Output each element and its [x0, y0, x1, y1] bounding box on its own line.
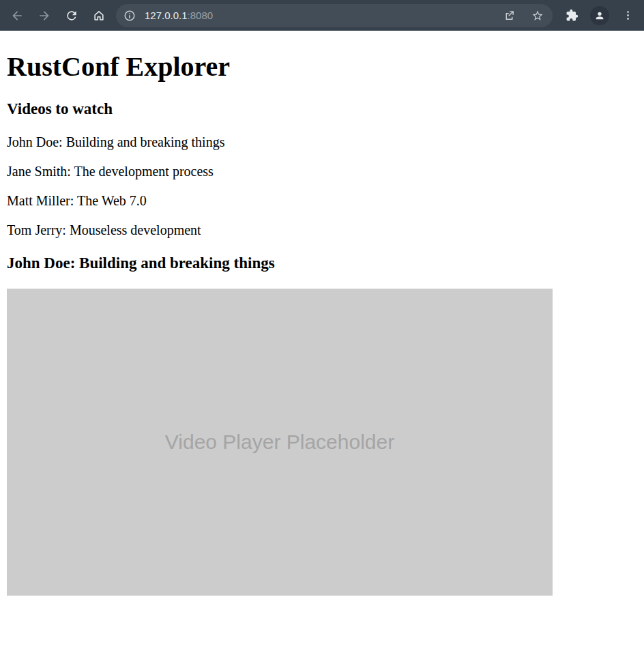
puzzle-icon [566, 9, 579, 22]
selected-video-heading: John Doe: Building and breaking things [7, 254, 637, 272]
video-list-item[interactable]: John Doe: Building and breaking things [7, 134, 637, 150]
home-button[interactable] [87, 4, 111, 27]
browser-window: 127.0.0.1:8080 [0, 0, 644, 596]
avatar [590, 6, 609, 25]
kebab-menu-icon [622, 10, 634, 21]
person-icon [594, 10, 605, 21]
star-icon [531, 10, 544, 22]
extensions-button[interactable] [560, 4, 583, 27]
reload-button[interactable] [60, 4, 83, 27]
url-host: 127.0.0.1 [145, 10, 188, 21]
address-bar[interactable]: 127.0.0.1:8080 [116, 4, 553, 27]
video-list-item[interactable]: Tom Jerry: Mouseless development [7, 222, 637, 238]
forward-button[interactable] [33, 4, 56, 27]
video-player-placeholder: Video Player Placeholder [7, 289, 553, 596]
share-icon [503, 10, 515, 21]
url-text: 127.0.0.1:8080 [145, 10, 213, 21]
videos-heading: Videos to watch [7, 100, 637, 118]
share-button[interactable] [499, 6, 518, 25]
profile-button[interactable] [588, 4, 611, 27]
urlbar-actions [499, 6, 547, 25]
url-port: :8080 [188, 10, 214, 21]
site-info-icon [123, 10, 136, 22]
page-title: RustConf Explorer [7, 51, 637, 83]
reload-icon [65, 9, 78, 23]
toolbar-right-group [560, 4, 639, 27]
player-placeholder-text: Video Player Placeholder [165, 431, 394, 454]
browser-toolbar: 127.0.0.1:8080 [0, 0, 644, 31]
menu-button[interactable] [616, 4, 639, 27]
back-arrow-icon [10, 9, 24, 23]
forward-arrow-icon [38, 9, 51, 23]
video-list-item[interactable]: Matt Miller: The Web 7.0 [7, 193, 637, 209]
page-content: RustConf Explorer Videos to watch John D… [0, 51, 644, 596]
video-list-item[interactable]: Jane Smith: The development process [7, 164, 637, 179]
site-info-button[interactable] [120, 6, 139, 25]
home-icon [92, 9, 106, 23]
bookmark-button[interactable] [528, 6, 547, 25]
back-button[interactable] [5, 4, 29, 27]
video-list: John Doe: Building and breaking thingsJa… [7, 134, 637, 238]
nav-button-group [5, 4, 111, 27]
